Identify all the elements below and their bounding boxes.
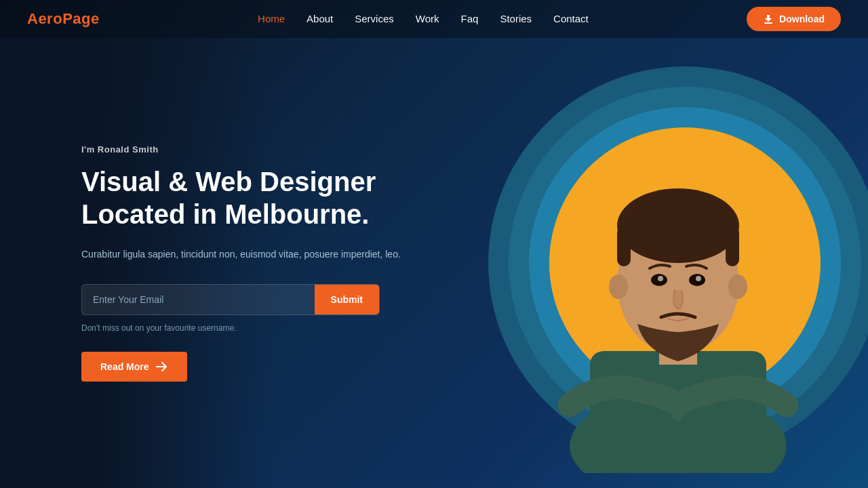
hero-section: I'm Ronald Smith Visual & Web Designer L…: [0, 38, 868, 488]
nav-item-services[interactable]: Services: [355, 13, 394, 25]
hero-subtitle: I'm Ronald Smith: [81, 144, 461, 155]
hero-title: Visual & Web Designer Located in Melbour…: [81, 165, 461, 230]
nav-links: Home About Services Work Faq Stories Con…: [258, 13, 589, 25]
navbar: AeroPage Home About Services Work Faq St…: [0, 0, 868, 38]
form-hint: Don't miss out on your favourite usernam…: [81, 323, 461, 333]
nav-link-services[interactable]: Services: [355, 13, 394, 24]
hero-description: Curabitur ligula sapien, tincidunt non, …: [81, 247, 407, 262]
nav-item-faq[interactable]: Faq: [461, 13, 479, 25]
nav-item-contact[interactable]: Contact: [553, 13, 589, 25]
svg-point-8: [609, 274, 628, 299]
nav-link-contact[interactable]: Contact: [553, 13, 589, 24]
svg-rect-6: [617, 226, 631, 266]
submit-button[interactable]: Submit: [315, 285, 379, 314]
nav-link-about[interactable]: About: [307, 13, 333, 24]
arrow-right-icon: [156, 362, 168, 371]
logo-part2: Page: [62, 10, 100, 27]
person-illustration: [549, 121, 807, 473]
svg-point-9: [728, 274, 747, 299]
nav-item-home[interactable]: Home: [258, 13, 285, 25]
email-input[interactable]: [82, 285, 315, 314]
read-more-button[interactable]: Read More: [81, 352, 187, 382]
nav-item-stories[interactable]: Stories: [500, 13, 532, 25]
svg-point-13: [696, 276, 701, 281]
email-form: Submit: [81, 284, 380, 315]
nav-link-faq[interactable]: Faq: [461, 13, 479, 24]
nav-item-work[interactable]: Work: [416, 13, 439, 25]
svg-point-5: [617, 188, 739, 263]
nav-link-home[interactable]: Home: [258, 13, 285, 24]
logo[interactable]: AeroPage: [27, 10, 100, 28]
download-button[interactable]: Download: [747, 7, 841, 31]
nav-link-stories[interactable]: Stories: [500, 13, 532, 24]
svg-rect-0: [764, 22, 772, 24]
svg-point-12: [658, 276, 663, 281]
person-svg: [549, 121, 807, 473]
logo-part1: Aero: [27, 10, 62, 27]
svg-rect-7: [726, 226, 739, 266]
nav-link-work[interactable]: Work: [416, 13, 439, 24]
hero-content: I'm Ronald Smith Visual & Web Designer L…: [81, 144, 461, 381]
download-icon: [763, 14, 774, 24]
nav-item-about[interactable]: About: [307, 13, 333, 25]
hero-visual: [475, 53, 868, 473]
